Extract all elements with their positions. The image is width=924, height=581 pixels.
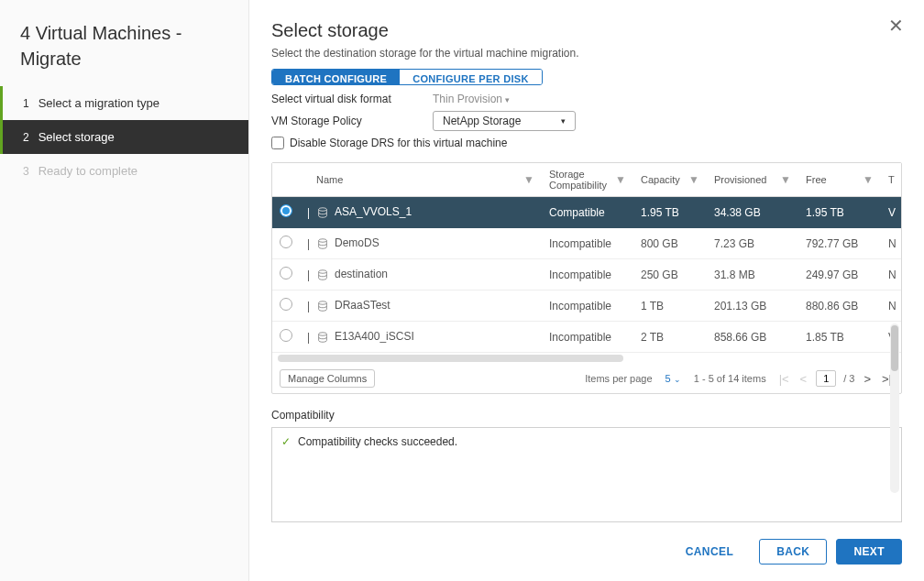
items-per-page-label: Items per page bbox=[585, 373, 652, 384]
next-page-button[interactable]: > bbox=[862, 372, 873, 386]
storage-policy-label: VM Storage Policy bbox=[271, 115, 433, 127]
vertical-scrollbar[interactable] bbox=[890, 323, 899, 493]
datastore-icon bbox=[316, 237, 329, 250]
col-capacity: Capacity▼ bbox=[633, 163, 707, 197]
datastore-icon bbox=[316, 300, 329, 312]
page-number-input[interactable] bbox=[816, 370, 836, 387]
disk-format-value[interactable]: Thin Provision ▾ bbox=[433, 93, 510, 105]
datastore-icon bbox=[316, 269, 329, 281]
datastore-name-cell: ASA_VVOLS_1 bbox=[309, 197, 542, 228]
compatibility-message: Compatibility checks succeeded. bbox=[298, 435, 457, 448]
free-cell: 792.77 GB bbox=[798, 228, 881, 259]
capacity-cell: 250 GB bbox=[633, 259, 707, 290]
row-radio[interactable] bbox=[280, 298, 292, 311]
first-page-button[interactable]: |< bbox=[777, 372, 791, 386]
col-more: T bbox=[881, 163, 901, 197]
items-per-page-select[interactable]: 5 ⌄ bbox=[664, 373, 683, 384]
row-radio[interactable] bbox=[280, 236, 292, 248]
provisioned-cell: 7.23 GB bbox=[707, 228, 798, 259]
chevron-down-icon: ▾ bbox=[505, 95, 510, 104]
datastore-icon bbox=[316, 206, 329, 219]
checkmark-icon: ✓ bbox=[281, 435, 291, 448]
page-title: Select storage bbox=[271, 20, 902, 41]
close-button[interactable]: ✕ bbox=[888, 16, 904, 35]
pagination-range: 1 - 5 of 14 items bbox=[694, 373, 766, 384]
provisioned-cell: 858.66 GB bbox=[707, 322, 798, 353]
row-radio[interactable] bbox=[280, 329, 292, 342]
capacity-cell: 2 TB bbox=[633, 322, 707, 353]
compat-cell: Incompatible bbox=[542, 290, 633, 322]
free-cell: 880.86 GB bbox=[798, 290, 881, 322]
step-num: 2 bbox=[23, 131, 29, 144]
free-cell: 1.95 TB bbox=[798, 197, 881, 228]
col-free: Free▼ bbox=[798, 163, 881, 197]
filter-icon[interactable]: ▼ bbox=[780, 173, 791, 186]
datastore-name-cell: DemoDS bbox=[309, 228, 542, 259]
filter-icon[interactable]: ▼ bbox=[688, 173, 699, 186]
compat-cell: Incompatible bbox=[542, 228, 633, 259]
configure-mode-tabs: BATCH CONFIGURE CONFIGURE PER DISK bbox=[271, 69, 543, 85]
svg-point-3 bbox=[319, 301, 327, 305]
datastore-name-cell: E13A400_iSCSI bbox=[309, 322, 542, 353]
filter-icon[interactable]: ▼ bbox=[615, 173, 626, 186]
free-cell: 1.85 TB bbox=[798, 322, 881, 353]
disable-drs-label: Disable Storage DRS for this virtual mac… bbox=[290, 137, 507, 149]
back-button[interactable]: BACK bbox=[759, 539, 827, 565]
datastore-icon bbox=[316, 331, 329, 344]
svg-point-0 bbox=[319, 208, 327, 212]
step-num: 3 bbox=[23, 165, 29, 178]
provisioned-cell: 201.13 GB bbox=[707, 290, 798, 322]
wizard-step-3: 3 Ready to complete bbox=[0, 154, 248, 188]
table-row[interactable]: |DemoDSIncompatible800 GB7.23 GB792.77 G… bbox=[272, 228, 901, 259]
row-radio[interactable] bbox=[280, 267, 292, 280]
prev-page-button[interactable]: < bbox=[798, 372, 809, 386]
manage-columns-button[interactable]: Manage Columns bbox=[280, 369, 375, 388]
next-button[interactable]: NEXT bbox=[836, 539, 902, 565]
table-row[interactable]: |destinationIncompatible250 GB31.8 MB249… bbox=[272, 259, 901, 290]
disk-format-label: Select virtual disk format bbox=[271, 93, 433, 105]
compatibility-panel: ✓ Compatibility checks succeeded. bbox=[271, 427, 902, 522]
wizard-title: 4 Virtual Machines - Migrate bbox=[0, 20, 248, 86]
provisioned-cell: 31.8 MB bbox=[707, 259, 798, 290]
trailing-cell: N bbox=[881, 290, 901, 322]
col-compat: Storage Compatibility▼ bbox=[542, 163, 633, 197]
capacity-cell: 1 TB bbox=[633, 290, 707, 322]
filter-icon[interactable]: ▼ bbox=[863, 173, 874, 186]
main-panel: ✕ Select storage Select the destination … bbox=[249, 0, 924, 581]
table-row[interactable]: |E13A400_iSCSIIncompatible2 TB858.66 GB1… bbox=[272, 322, 901, 353]
step-label: Ready to complete bbox=[38, 164, 138, 178]
step-label: Select a migration type bbox=[38, 96, 160, 110]
table-row[interactable]: |DRaaSTestIncompatible1 TB201.13 GB880.8… bbox=[272, 290, 901, 322]
row-radio[interactable] bbox=[280, 204, 292, 217]
cancel-button[interactable]: CANCEL bbox=[669, 539, 750, 565]
compat-cell: Compatible bbox=[542, 197, 633, 228]
chevron-down-icon: ⌄ bbox=[674, 375, 681, 384]
datastore-name-cell: destination bbox=[309, 259, 542, 290]
storage-policy-dropdown[interactable]: NetApp Storage ▾ bbox=[433, 111, 576, 131]
datastore-table: Name▼ Storage Compatibility▼ Capacity▼ P… bbox=[271, 162, 902, 394]
trailing-cell: N bbox=[881, 259, 901, 290]
compatibility-heading: Compatibility bbox=[271, 409, 902, 422]
table-row[interactable]: |ASA_VVOLS_1Compatible1.95 TB34.38 GB1.9… bbox=[272, 197, 901, 228]
free-cell: 249.97 GB bbox=[798, 259, 881, 290]
close-icon: ✕ bbox=[888, 16, 904, 36]
svg-point-2 bbox=[319, 270, 327, 274]
wizard-step-2[interactable]: 2 Select storage bbox=[0, 120, 248, 154]
capacity-cell: 1.95 TB bbox=[633, 197, 707, 228]
filter-icon[interactable]: ▼ bbox=[523, 173, 534, 186]
capacity-cell: 800 GB bbox=[633, 228, 707, 259]
trailing-cell: N bbox=[881, 228, 901, 259]
wizard-step-1[interactable]: 1 Select a migration type bbox=[0, 86, 248, 120]
tab-batch-configure[interactable]: BATCH CONFIGURE bbox=[272, 70, 400, 84]
tab-configure-per-disk[interactable]: CONFIGURE PER DISK bbox=[400, 70, 541, 84]
provisioned-cell: 34.38 GB bbox=[707, 197, 798, 228]
datastore-name-cell: DRaaSTest bbox=[309, 290, 542, 322]
horizontal-scrollbar[interactable] bbox=[278, 355, 623, 362]
disable-drs-checkbox[interactable] bbox=[271, 137, 284, 149]
col-provisioned: Provisioned▼ bbox=[707, 163, 798, 197]
compat-cell: Incompatible bbox=[542, 322, 633, 353]
compat-cell: Incompatible bbox=[542, 259, 633, 290]
chevron-down-icon: ▾ bbox=[561, 116, 566, 126]
step-label: Select storage bbox=[38, 130, 115, 144]
page-subtitle: Select the destination storage for the v… bbox=[271, 47, 902, 60]
